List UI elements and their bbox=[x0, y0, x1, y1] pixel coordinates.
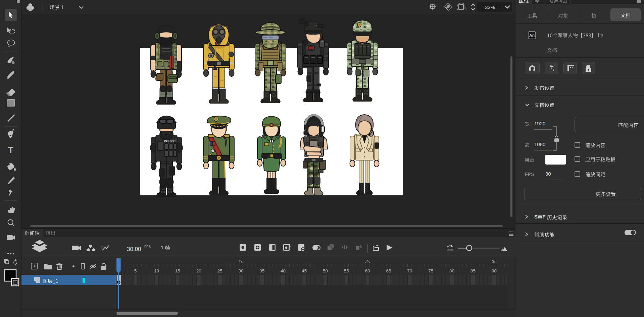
svg-text:3s: 3s bbox=[492, 259, 496, 264]
svg-text:35: 35 bbox=[259, 268, 264, 273]
svg-text:65: 65 bbox=[386, 268, 391, 273]
svg-text:90: 90 bbox=[492, 268, 497, 273]
svg-text:20: 20 bbox=[196, 268, 201, 273]
svg-text:1s: 1s bbox=[239, 259, 243, 264]
svg-text:80: 80 bbox=[449, 268, 454, 273]
svg-text:50: 50 bbox=[323, 268, 328, 273]
svg-text:75: 75 bbox=[428, 268, 433, 273]
svg-text:10: 10 bbox=[154, 268, 159, 273]
svg-text:55: 55 bbox=[344, 268, 349, 273]
svg-text:5: 5 bbox=[134, 268, 137, 273]
svg-text:40: 40 bbox=[281, 268, 286, 273]
svg-text:15: 15 bbox=[175, 268, 180, 273]
svg-text:70: 70 bbox=[407, 268, 412, 273]
svg-text:25: 25 bbox=[217, 268, 222, 273]
svg-text:2s: 2s bbox=[365, 259, 370, 264]
svg-text:30: 30 bbox=[238, 268, 243, 273]
svg-text:60: 60 bbox=[365, 268, 370, 273]
svg-text:85: 85 bbox=[470, 268, 476, 273]
svg-text:45: 45 bbox=[302, 268, 307, 273]
